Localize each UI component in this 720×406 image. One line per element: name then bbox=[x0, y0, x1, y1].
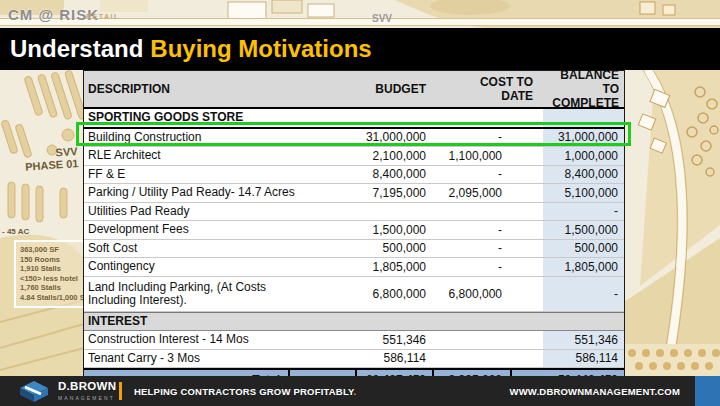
table-row: Land Including Parking, (At Costs Includ… bbox=[84, 277, 624, 312]
cell-budget: 586,114 bbox=[355, 351, 432, 365]
table-row-building-construction: Building Construction 31,000,000 - 31,00… bbox=[84, 129, 624, 148]
cell-balance: 1,500,000 bbox=[543, 221, 624, 239]
cell-budget: 2,100,000 bbox=[355, 149, 432, 163]
title-highlight: Buying Motivations bbox=[150, 35, 371, 63]
brand-name: D.BROWN bbox=[58, 381, 116, 392]
slide-title-bar: Understand Buying Motivations bbox=[0, 28, 720, 70]
table-row: Contingency 1,805,000 - 1,805,000 bbox=[84, 258, 624, 277]
map-label-phase: SVV PHASE 01 bbox=[21, 145, 79, 173]
tagline-period: . bbox=[354, 386, 357, 397]
cell-description: Tenant Carry - 3 Mos bbox=[84, 352, 355, 365]
cell-cost: - bbox=[432, 130, 510, 144]
cell-description: Building Construction bbox=[84, 131, 355, 144]
cell-description: RLE Architect bbox=[84, 149, 355, 162]
header-cost-to-date: COST TO DATE bbox=[432, 75, 543, 103]
brand-block: D.BROWN MANAGEMENT bbox=[58, 381, 116, 404]
table-row: Construction Interest - 14 Mos 551,346 5… bbox=[84, 331, 624, 350]
cell-balance: 8,400,000 bbox=[543, 166, 624, 184]
cell-budget: 7,195,000 bbox=[355, 186, 432, 200]
header-budget: BUDGET bbox=[355, 82, 432, 96]
table-row: Soft Cost 500,000 - 500,000 bbox=[84, 240, 624, 259]
cell-description: SPORTING GOODS STORE bbox=[84, 111, 355, 124]
slide: CM @ RISK RETAIL SVV SVV PHASE 01 - 45 A… bbox=[0, 0, 720, 406]
footer-divider bbox=[119, 382, 122, 400]
cell-description: Development Fees bbox=[84, 223, 355, 236]
table-section-row: SPORTING GOODS STORE bbox=[84, 109, 624, 129]
footer-tagline: HELPING CONTRACTORS GROW PROFITABLY. bbox=[134, 386, 356, 397]
cell-balance bbox=[543, 313, 624, 331]
cell-cost: - bbox=[432, 260, 510, 274]
cell-balance: 586,114 bbox=[543, 350, 624, 368]
cell-description: Construction Interest - 14 Mos bbox=[84, 333, 355, 346]
cell-balance: 1,000,000 bbox=[543, 147, 624, 165]
title-prefix: Understand bbox=[10, 35, 143, 63]
cell-budget: 1,805,000 bbox=[355, 260, 432, 274]
cell-budget: 500,000 bbox=[355, 241, 432, 255]
cell-balance bbox=[543, 109, 624, 127]
table-row: Parking / Utility Pad Ready- 14.7 Acres … bbox=[84, 184, 624, 203]
tagline-text: HELPING CONTRACTORS GROW PROFITABLY bbox=[134, 386, 354, 397]
cell-balance: - bbox=[543, 203, 624, 221]
cell-cost: - bbox=[432, 167, 510, 181]
table-row: RLE Architect 2,100,000 1,100,000 1,000,… bbox=[84, 147, 624, 166]
dbrown-logo-icon bbox=[16, 379, 54, 403]
cell-cost: 2,095,000 bbox=[432, 186, 510, 200]
table-row: FF & E 8,400,000 - 8,400,000 bbox=[84, 166, 624, 185]
cell-budget: 1,500,000 bbox=[355, 223, 432, 237]
cell-cost: - bbox=[432, 241, 510, 255]
table-row: Development Fees 1,500,000 - 1,500,000 bbox=[84, 221, 624, 240]
cell-balance: 500,000 bbox=[543, 240, 624, 258]
map-label-retail: RETAIL bbox=[86, 13, 120, 20]
table-row: Utilities Pad Ready - bbox=[84, 203, 624, 222]
cell-description: INTEREST bbox=[84, 315, 355, 328]
cell-cost: 6,800,000 bbox=[432, 287, 510, 301]
footer-website: WWW.DBROWNMANAGEMENT.COM bbox=[510, 386, 681, 397]
cell-cost: - bbox=[432, 223, 510, 237]
footer-blue-accent bbox=[695, 376, 720, 406]
cell-description: FF & E bbox=[84, 168, 355, 181]
table-row: Tenant Carry - 3 Mos 586,114 586,114 bbox=[84, 350, 624, 369]
map-label-acres: - 45 AC bbox=[2, 227, 29, 236]
budget-table: DESCRIPTION BUDGET COST TO DATE BALANCE … bbox=[83, 70, 625, 391]
cell-budget: 8,400,000 bbox=[355, 167, 432, 181]
cell-budget: 31,000,000 bbox=[355, 130, 432, 144]
cell-balance: - bbox=[543, 277, 624, 311]
cell-budget: 6,800,000 bbox=[355, 287, 432, 301]
cell-balance: 31,000,000 bbox=[543, 129, 624, 147]
cell-balance: 1,805,000 bbox=[543, 258, 624, 276]
table-header-row: DESCRIPTION BUDGET COST TO DATE BALANCE … bbox=[84, 71, 624, 109]
header-description: DESCRIPTION bbox=[84, 83, 355, 96]
brand-subtitle: MANAGEMENT bbox=[58, 393, 116, 404]
cell-description: Land Including Parking, (At Costs Includ… bbox=[84, 281, 355, 307]
cell-cost: 1,100,000 bbox=[432, 149, 510, 163]
cell-budget: 551,346 bbox=[355, 333, 432, 347]
cell-description: Utilities Pad Ready bbox=[84, 205, 355, 218]
footer-bar: D.BROWN MANAGEMENT HELPING CONTRACTORS G… bbox=[0, 376, 720, 406]
header-balance-to-complete: BALANCE TO COMPLETE bbox=[543, 68, 624, 110]
map-label-svv: SVV bbox=[372, 13, 392, 24]
cell-description: Parking / Utility Pad Ready- 14.7 Acres bbox=[84, 186, 355, 199]
cell-description: Soft Cost bbox=[84, 242, 355, 255]
cell-balance: 5,100,000 bbox=[543, 184, 624, 202]
cell-description: Contingency bbox=[84, 260, 355, 273]
cell-balance: 551,346 bbox=[543, 331, 624, 349]
table-section-row: INTEREST bbox=[84, 312, 624, 332]
